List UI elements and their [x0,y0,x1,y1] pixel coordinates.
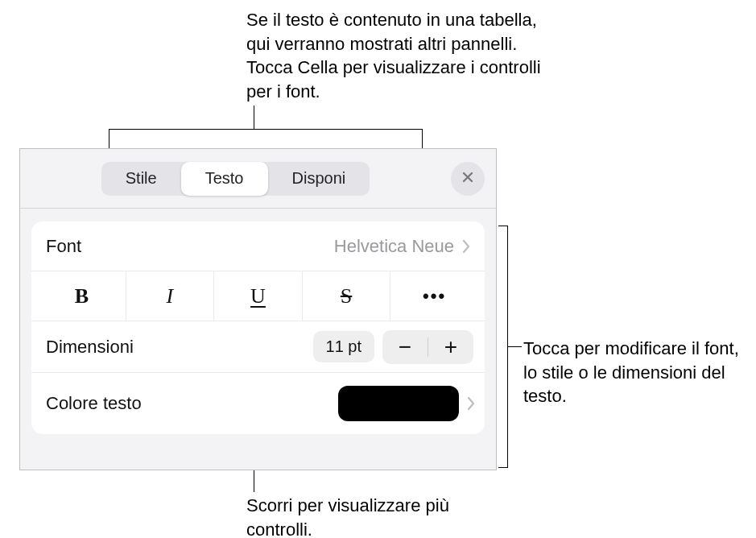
size-label: Dimensioni [46,337,134,358]
leader-right-tip-top [498,226,508,226]
tab-stile[interactable]: Stile [101,162,181,196]
callout-right: Tocca per modificare il font, lo stile o… [523,337,749,408]
leader-right-stem [507,346,522,347]
leader-top-drop-right [422,129,423,148]
leader-top-drop-left [109,129,109,148]
leader-top-stem [254,106,254,130]
size-stepper: − + [382,330,473,364]
font-label: Font [46,236,81,257]
panel-header: Stile Testo Disponi [20,149,496,209]
panel-body[interactable]: Font Helvetica Neue B I U S ••• [20,209,496,470]
size-decrease-button[interactable]: − [382,330,428,364]
leader-right-tip-bot [498,467,508,468]
close-icon [461,171,474,187]
panel-tabs: Stile Testo Disponi [101,162,370,196]
font-value: Helvetica Neue [334,236,454,257]
callout-bottom: Scorri per visualizzare più controlli. [246,494,488,538]
more-styles-button[interactable]: ••• [390,271,478,321]
underline-button[interactable]: U [214,271,303,321]
size-value-button[interactable]: 11 pt [313,331,374,362]
chevron-right-icon [462,239,470,254]
text-color-swatch[interactable] [338,386,459,421]
leader-top-bar [109,129,423,130]
close-button[interactable] [451,162,485,196]
font-row[interactable]: Font Helvetica Neue [31,221,485,271]
text-style-row: B I U S ••• [31,271,485,321]
size-row: Dimensioni 11 pt − + [31,321,485,373]
chevron-right-icon [467,396,475,411]
text-format-card: Font Helvetica Neue B I U S ••• [31,221,485,434]
tab-testo[interactable]: Testo [181,162,268,196]
italic-button[interactable]: I [126,271,215,321]
leader-bottom-stem [254,470,254,492]
bold-button[interactable]: B [38,271,126,321]
text-color-row[interactable]: Colore testo [31,373,485,434]
size-increase-button[interactable]: + [428,330,473,364]
strikethrough-button[interactable]: S [303,271,391,321]
callout-top: Se il testo è contenuto in una tabella, … [246,8,552,104]
text-color-label: Colore testo [46,393,142,414]
format-panel: Stile Testo Disponi Font Helvetica Neue [19,148,497,470]
tab-disponi[interactable]: Disponi [268,162,370,196]
